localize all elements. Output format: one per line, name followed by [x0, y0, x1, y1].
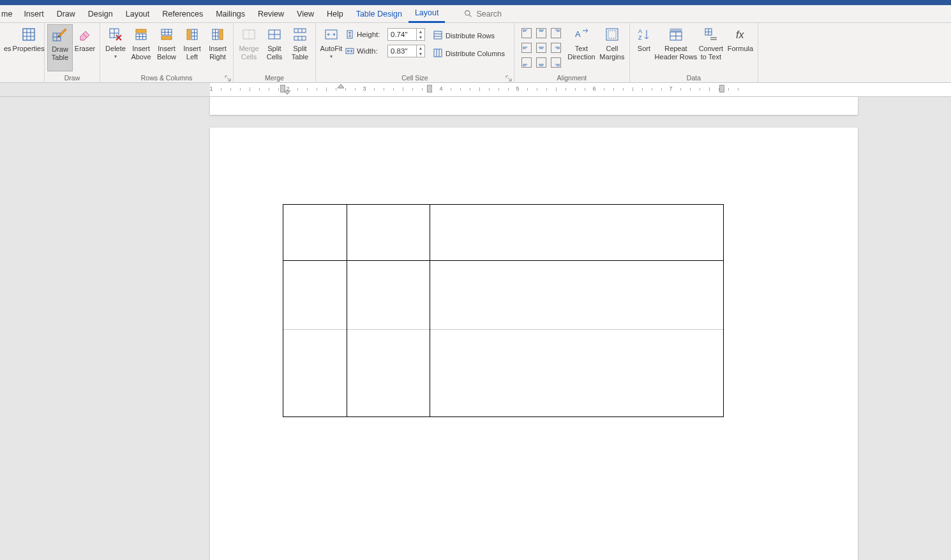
- group-label-alignment: Alignment: [514, 73, 629, 83]
- distribute-columns-button[interactable]: Distribute Columns: [430, 46, 507, 60]
- table-cell[interactable]: [283, 205, 347, 261]
- tab-review[interactable]: Review: [251, 5, 290, 23]
- insert-below-icon: [160, 26, 174, 43]
- tab-draw[interactable]: Draw: [50, 5, 82, 23]
- group-alignment: A Text Direction Cell Margins Alignment: [514, 23, 630, 83]
- table-cell[interactable]: [347, 261, 430, 330]
- insert-left-button[interactable]: Insert Left: [179, 24, 205, 71]
- svg-rect-42: [294, 36, 306, 40]
- height-up[interactable]: ▲: [417, 29, 424, 34]
- rows-cols-launcher[interactable]: [225, 75, 231, 82]
- properties-button[interactable]: Properties: [13, 24, 45, 71]
- insert-below-button[interactable]: Insert Below: [154, 24, 179, 71]
- search-input[interactable]: [476, 10, 553, 18]
- align-bot-left[interactable]: [520, 55, 534, 70]
- tab-design[interactable]: Design: [82, 5, 119, 23]
- ribbon-tab-bar: me Insert Draw Design Layout References …: [0, 5, 951, 23]
- ruler-number: 1: [209, 85, 213, 92]
- view-gridlines-partial[interactable]: es: [3, 24, 13, 71]
- column-marker[interactable]: [719, 85, 724, 92]
- width-spinner[interactable]: ▲▼: [387, 45, 425, 57]
- eraser-icon: [78, 26, 92, 43]
- align-mid-right[interactable]: [549, 41, 563, 55]
- height-spinner[interactable]: ▲▼: [387, 28, 425, 41]
- height-down[interactable]: ▼: [417, 34, 424, 40]
- formula-icon: fx: [733, 26, 747, 43]
- text-direction-button[interactable]: A Text Direction: [565, 24, 597, 71]
- search-icon: [464, 10, 472, 18]
- align-bot-right[interactable]: [549, 55, 563, 70]
- ribbon: es Properties Draw Table: [0, 23, 951, 83]
- align-mid-center[interactable]: [534, 41, 548, 55]
- tab-help[interactable]: Help: [320, 5, 350, 23]
- document-table[interactable]: [283, 204, 724, 417]
- table-row[interactable]: [283, 261, 724, 330]
- width-row: Width: ▲▼: [345, 45, 425, 57]
- svg-rect-68: [536, 43, 546, 53]
- table-row[interactable]: [283, 205, 724, 261]
- table-cell[interactable]: [430, 205, 724, 261]
- insert-above-button[interactable]: Insert Above: [128, 24, 154, 71]
- align-top-center[interactable]: [534, 26, 548, 40]
- tab-insert[interactable]: Insert: [17, 5, 50, 23]
- width-input[interactable]: [388, 47, 416, 55]
- align-bot-center[interactable]: [534, 55, 548, 70]
- eraser-button[interactable]: Eraser: [73, 24, 97, 71]
- tab-references[interactable]: References: [156, 5, 209, 23]
- table-row[interactable]: [283, 330, 724, 417]
- svg-rect-50: [434, 31, 442, 39]
- draw-table-icon: [52, 26, 68, 44]
- tab-mailings[interactable]: Mailings: [209, 5, 251, 23]
- split-cells-button[interactable]: Split Cells: [262, 24, 287, 71]
- svg-rect-25: [161, 36, 172, 40]
- draw-table-button[interactable]: Draw Table: [47, 24, 73, 71]
- delete-button[interactable]: Delete ▾: [103, 24, 128, 71]
- table-cell[interactable]: [347, 330, 430, 417]
- width-up[interactable]: ▲: [417, 45, 424, 51]
- width-icon: [345, 47, 354, 55]
- table-cell[interactable]: [283, 330, 347, 417]
- align-top-left[interactable]: [520, 26, 534, 40]
- merge-cells-button[interactable]: Merge Cells: [236, 24, 262, 71]
- horizontal-ruler[interactable]: 1234567: [0, 83, 951, 97]
- tab-home-partial[interactable]: me: [0, 5, 17, 23]
- page-previous-bottom: [210, 97, 858, 115]
- table-cell[interactable]: [430, 261, 724, 330]
- width-down[interactable]: ▼: [417, 51, 424, 57]
- tab-view[interactable]: View: [290, 5, 320, 23]
- cell-margins-button[interactable]: Cell Margins: [597, 24, 627, 71]
- table-cell[interactable]: [347, 205, 430, 261]
- ruler-number: 7: [669, 85, 672, 92]
- convert-to-text-button[interactable]: Convert to Text: [696, 24, 726, 71]
- sort-button[interactable]: AZ Sort: [633, 24, 655, 71]
- indent-marker-first[interactable]: [338, 84, 344, 89]
- tab-layout[interactable]: Layout: [119, 5, 156, 23]
- svg-rect-53: [434, 49, 442, 57]
- height-input[interactable]: [388, 31, 416, 38]
- align-top-right[interactable]: [549, 26, 563, 40]
- repeat-header-rows-button[interactable]: Repeat Header Rows: [655, 24, 696, 71]
- autofit-button[interactable]: AutoFit ▾: [318, 24, 344, 71]
- align-mid-left[interactable]: [520, 41, 534, 55]
- svg-rect-65: [521, 43, 531, 53]
- split-table-button[interactable]: Split Table: [287, 24, 313, 71]
- group-cell-size: AutoFit ▾ Height: ▲▼ Width:: [316, 23, 514, 83]
- ruler-number: 4: [439, 85, 442, 92]
- insert-right-icon: [211, 26, 225, 43]
- page-current[interactable]: [210, 128, 858, 560]
- distribute-rows-button[interactable]: Distribute Rows: [430, 28, 507, 42]
- split-table-icon: [293, 26, 307, 43]
- ruler-margin-left: [0, 83, 210, 96]
- cell-size-launcher[interactable]: [505, 75, 512, 82]
- text-direction-icon: A: [574, 26, 589, 43]
- group-label-merge: Merge: [234, 73, 315, 83]
- formula-button[interactable]: fx Formula: [726, 24, 755, 71]
- tab-table-layout[interactable]: Layout: [408, 5, 446, 23]
- table-cell[interactable]: [430, 330, 724, 417]
- svg-rect-47: [326, 30, 337, 39]
- tab-table-design[interactable]: Table Design: [350, 5, 408, 23]
- insert-right-button[interactable]: Insert Right: [205, 24, 230, 71]
- table-cell[interactable]: [283, 261, 347, 330]
- search-box[interactable]: [464, 10, 553, 18]
- insert-left-icon: [185, 26, 199, 43]
